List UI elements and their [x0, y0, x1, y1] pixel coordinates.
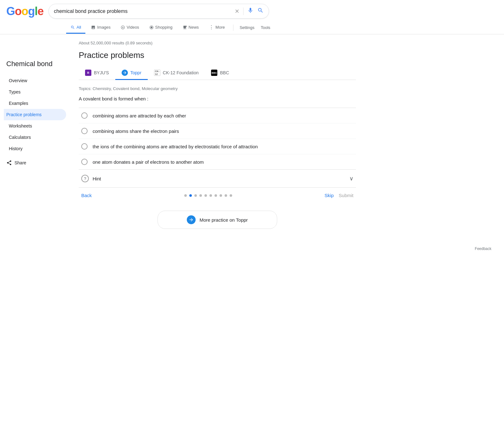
source-tab-bbc[interactable]: BBC BBC	[205, 66, 235, 80]
mic-icon[interactable]	[247, 7, 254, 16]
tab-videos[interactable]: Videos	[116, 22, 144, 34]
tab-shopping[interactable]: Shopping	[145, 22, 177, 34]
option-a-text: combining atoms are attracted by each ot…	[93, 113, 186, 118]
dot-2	[194, 194, 197, 197]
tab-images-label: Images	[97, 25, 111, 30]
dot-1	[189, 194, 192, 197]
radio-b[interactable]	[81, 128, 88, 134]
source-tab-toppr[interactable]: Toppr	[115, 66, 148, 80]
source-tab-ck12[interactable]: CK-12 CK-12 Foundation	[148, 66, 205, 80]
hint-left: ? Hint	[81, 175, 101, 182]
bbc-icon: BBC	[211, 70, 217, 76]
dot-3	[199, 194, 202, 197]
tab-videos-label: Videos	[127, 25, 139, 30]
sidebar-item-practice[interactable]: Practice problems	[4, 109, 66, 120]
submit-button[interactable]: Submit	[339, 193, 353, 198]
tab-news-label: News	[189, 25, 199, 30]
sidebar-item-overview[interactable]: Overview	[6, 75, 66, 86]
sidebar-item-history[interactable]: History	[6, 143, 66, 154]
main-layout: Chemical bond Overview Types Examples Pr…	[0, 34, 504, 241]
dots-container	[92, 194, 324, 197]
dot-4	[204, 194, 207, 197]
option-c-text: the ions of the combining atoms are attr…	[93, 144, 258, 149]
sidebar-item-calculators[interactable]: Calculators	[6, 132, 66, 143]
tab-images[interactable]: Images	[87, 22, 115, 34]
sidebar-item-types[interactable]: Types	[6, 86, 66, 98]
tab-all-label: All	[77, 25, 81, 30]
tab-shopping-label: Shopping	[155, 25, 173, 30]
toppr-icon	[122, 70, 128, 76]
feedback-area: Feedback	[0, 241, 504, 256]
options-container: combining atoms are attracted by each ot…	[79, 108, 356, 169]
google-logo: Google	[6, 5, 43, 18]
dot-7	[220, 194, 222, 197]
tab-all[interactable]: All	[66, 22, 85, 34]
header: Google ✕	[0, 0, 504, 19]
topics-text: Topics: Chemistry, Covalent bond, Molecu…	[79, 86, 356, 91]
tab-news[interactable]: News	[178, 22, 203, 34]
bbc-label: BBC	[220, 70, 229, 75]
tab-more-label: More	[215, 25, 225, 30]
option-d-text: one atom donates a pair of electrons to …	[93, 159, 204, 165]
byjus-label: BYJU'S	[94, 70, 109, 75]
sidebar: Chemical bond Overview Types Examples Pr…	[6, 41, 66, 241]
toppr-btn-icon	[187, 215, 196, 224]
clear-icon[interactable]: ✕	[235, 8, 239, 15]
toppr-label: Toppr	[130, 70, 141, 75]
dot-6	[215, 194, 217, 197]
content: About 52,000,000 results (0.89 seconds) …	[66, 41, 369, 241]
hint-icon: ?	[81, 175, 89, 182]
option-d[interactable]: one atom donates a pair of electrons to …	[79, 154, 356, 169]
practice-title: Practice problems	[79, 50, 356, 60]
share-button[interactable]: Share	[6, 157, 66, 169]
share-label: Share	[14, 160, 26, 165]
chevron-down-icon: ∨	[349, 175, 353, 182]
more-practice-button[interactable]: More practice on Toppr	[158, 211, 277, 229]
option-a[interactable]: combining atoms are attracted by each ot…	[79, 108, 356, 123]
tools-button[interactable]: Tools	[258, 22, 273, 33]
back-button[interactable]: Back	[81, 193, 92, 198]
dot-8	[225, 194, 227, 197]
search-bar: ✕	[49, 4, 269, 19]
sidebar-title: Chemical bond	[6, 60, 66, 69]
source-tabs: B BYJU'S Toppr CK-12 CK-12 Foundation BB…	[79, 66, 356, 80]
ck12-icon: CK-12	[154, 70, 160, 76]
ck12-label: CK-12 Foundation	[163, 70, 199, 75]
nav-controls: Back Skip Submit	[79, 187, 356, 203]
sidebar-item-examples[interactable]: Examples	[6, 98, 66, 109]
hint-section[interactable]: ? Hint ∨	[79, 169, 356, 187]
radio-a[interactable]	[81, 112, 88, 119]
search-icon[interactable]	[257, 7, 264, 15]
source-tab-byjus[interactable]: B BYJU'S	[79, 66, 115, 80]
tab-more[interactable]: ⋮ More	[204, 21, 229, 34]
settings-button[interactable]: Settings	[237, 22, 257, 33]
byjus-icon: B	[85, 70, 91, 76]
dot-5	[209, 194, 212, 197]
nav-tabs: All Images Videos Shopping News ⋮ More S…	[0, 19, 504, 34]
option-b[interactable]: combining atoms share the electron pairs	[79, 123, 356, 139]
more-practice-label: More practice on Toppr	[199, 217, 248, 223]
sidebar-item-worksheets[interactable]: Worksheets	[6, 120, 66, 132]
results-count: About 52,000,000 results (0.89 seconds)	[79, 41, 356, 45]
hint-label: Hint	[93, 176, 101, 181]
search-icons: ✕	[235, 7, 264, 16]
radio-d[interactable]	[81, 159, 88, 165]
more-dots-icon: ⋮	[209, 24, 214, 30]
dot-0	[184, 194, 187, 197]
option-c[interactable]: the ions of the combining atoms are attr…	[79, 139, 356, 154]
search-input[interactable]	[54, 9, 232, 14]
question-text: A covalent bond is formed when :	[79, 96, 356, 101]
nav-divider	[233, 25, 233, 31]
skip-button[interactable]: Skip	[324, 193, 334, 198]
dot-9	[230, 194, 232, 197]
more-practice-container: More practice on Toppr	[79, 211, 356, 229]
option-b-text: combining atoms share the electron pairs	[93, 128, 179, 134]
feedback-button[interactable]: Feedback	[475, 247, 491, 251]
radio-c[interactable]	[81, 143, 88, 150]
